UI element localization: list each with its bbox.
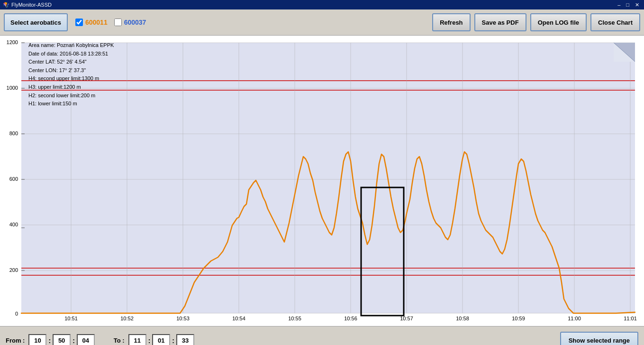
to-minute-field[interactable]: [152, 334, 170, 345]
checkbox-group: 600011 600037: [75, 19, 146, 26]
svg-text:400: 400: [9, 222, 18, 227]
checkbox-600037-label: 600037: [124, 19, 146, 26]
from-minute-field[interactable]: [53, 334, 71, 345]
open-log-file-button[interactable]: Open LOG file: [530, 13, 587, 31]
to-second-field[interactable]: [176, 334, 194, 345]
checkbox-600011[interactable]: [75, 19, 83, 26]
chart-info-line7: H2: second lower limit:200 m: [28, 92, 114, 100]
svg-text:11:01: 11:01: [624, 316, 637, 321]
show-selected-range-button[interactable]: Show selected range: [560, 332, 638, 345]
from-second-field[interactable]: [77, 334, 95, 345]
svg-text:10:58: 10:58: [456, 316, 469, 321]
minimize-button[interactable]: –: [616, 2, 622, 8]
svg-text:10:59: 10:59: [512, 316, 525, 321]
svg-text:11:00: 11:00: [568, 316, 581, 321]
svg-text:10:53: 10:53: [176, 316, 190, 321]
from-time-group: From : : :: [6, 334, 95, 345]
chart-info-line1: Area name: Poznań Kobylnica EPPK: [28, 41, 114, 50]
from-label: From :: [6, 337, 25, 344]
app-icon: 🪁: [3, 2, 9, 8]
svg-text:10:52: 10:52: [120, 316, 134, 321]
svg-text:1000: 1000: [7, 85, 18, 91]
svg-text:600: 600: [9, 176, 18, 182]
svg-text:10:57: 10:57: [400, 316, 413, 321]
svg-text:10:55: 10:55: [288, 316, 301, 321]
to-hour-field[interactable]: [128, 334, 146, 345]
to-sep1: :: [148, 337, 151, 345]
svg-text:200: 200: [9, 267, 18, 273]
checkbox-600011-label: 600011: [85, 19, 108, 26]
chart-info-line4: Center LON: 17° 2' 37.3": [28, 66, 114, 75]
chart-area: 0 200 400 600 800 1000 1200: [0, 36, 644, 326]
from-sep1: :: [48, 337, 51, 345]
window-close-button[interactable]: ✕: [633, 2, 641, 8]
svg-text:10:54: 10:54: [232, 316, 245, 321]
svg-text:800: 800: [9, 131, 18, 136]
checkbox-item-600011: 600011: [75, 19, 108, 26]
svg-text:10:56: 10:56: [344, 316, 357, 321]
to-sep2: :: [172, 337, 174, 345]
chart-info-line3: Center LAT: 52° 26' 4.54": [28, 58, 114, 66]
title-bar: 🪁 FlyMonitor-ASSD – □ ✕: [0, 0, 644, 9]
save-as-pdf-button[interactable]: Save as PDF: [474, 13, 526, 31]
svg-text:0: 0: [15, 311, 18, 317]
from-sep2: :: [73, 337, 75, 345]
to-time-group: To : : :: [95, 334, 194, 345]
chart-info-line2: Date of data: 2016-08-18 13:28:51: [28, 50, 114, 58]
svg-text:1200: 1200: [7, 39, 18, 45]
chart-info-line5: H4: second upper limit:1300 m: [28, 75, 114, 83]
toolbar-right: Refresh Save as PDF Open LOG file Close …: [432, 13, 640, 31]
svg-text:10:51: 10:51: [64, 316, 78, 321]
maximize-button[interactable]: □: [624, 2, 631, 8]
select-aerobatics-button[interactable]: Select aerobatics: [4, 13, 68, 31]
chart-info: Area name: Poznań Kobylnica EPPK Date of…: [28, 41, 114, 108]
checkbox-item-600037: 600037: [114, 19, 146, 26]
toolbar: Select aerobatics 600011 600037 Refresh …: [0, 9, 644, 36]
chart-info-line6: H3: upper limit:1200 m: [28, 83, 114, 92]
bottom-bar: From : : : To : : : Show selected range: [0, 326, 644, 345]
chart-info-line8: H1: lower limit:150 m: [28, 100, 114, 108]
title-bar-title: FlyMonitor-ASSD: [11, 2, 52, 8]
close-chart-button[interactable]: Close Chart: [590, 13, 640, 31]
to-label: To :: [114, 337, 125, 344]
refresh-button[interactable]: Refresh: [432, 13, 470, 31]
from-hour-field[interactable]: [28, 334, 46, 345]
checkbox-600037[interactable]: [114, 19, 122, 26]
